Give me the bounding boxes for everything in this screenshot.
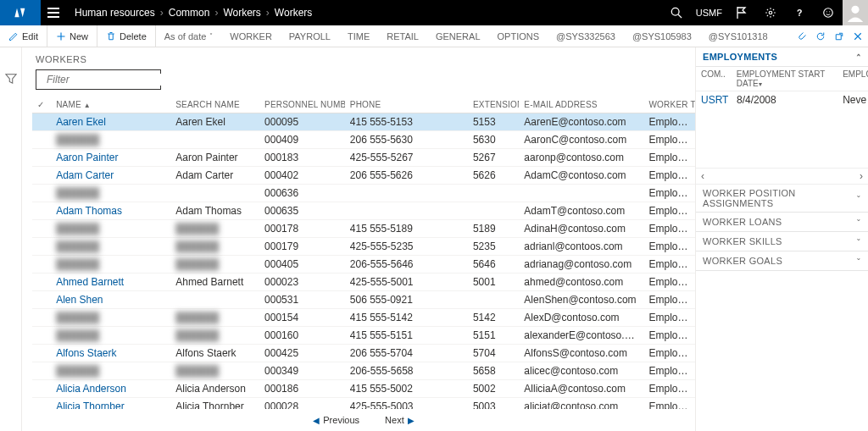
worker-name-link[interactable]: Aaren Ekel — [51, 113, 170, 131]
row-checkbox[interactable] — [32, 291, 51, 309]
employments-pane-header[interactable]: EMPLOYMENTS ˄ — [696, 47, 868, 67]
filter-input[interactable] — [47, 74, 175, 86]
table-row[interactable]: ████████████000405206-555-56465646adrian… — [32, 256, 695, 274]
row-checkbox[interactable] — [32, 309, 51, 327]
column-header-search-name[interactable]: SEARCH NAME — [170, 97, 259, 113]
table-row[interactable]: ████████████000160415 555-51515151alexan… — [32, 327, 695, 345]
worker-name-link[interactable]: ██████ — [51, 256, 170, 274]
worker-name-link[interactable]: ██████ — [51, 362, 170, 380]
worker-name-link[interactable]: ██████ — [51, 309, 170, 327]
select-all-checkbox[interactable]: ✓ — [32, 97, 51, 113]
table-row[interactable]: ████████████000178415 555-51895189AdinaH… — [32, 220, 695, 238]
table-row[interactable]: ██████000409206 555-56305630AaronC@conto… — [32, 131, 695, 149]
row-checkbox[interactable] — [32, 327, 51, 345]
table-row[interactable]: ██████000636Employee — [32, 185, 695, 202]
breadcrumb-item[interactable]: Common — [169, 7, 210, 19]
company-selector[interactable]: USMF — [691, 8, 727, 18]
previous-page-button[interactable]: ◀Previous — [313, 415, 359, 425]
action-tab[interactable]: @SYS105983 — [624, 25, 700, 47]
chevron-left-icon[interactable]: ‹ — [701, 170, 704, 182]
column-header-extension[interactable]: EXTENSION — [468, 97, 519, 113]
row-checkbox[interactable] — [32, 256, 51, 274]
breadcrumb-item[interactable]: Workers — [275, 7, 312, 19]
column-header-end-date[interactable]: EMPLO — [837, 67, 868, 91]
nav-menu-button[interactable] — [41, 8, 66, 18]
popout-button[interactable] — [834, 31, 844, 41]
breadcrumb-item[interactable]: Workers — [223, 7, 260, 19]
factbox-pane-header[interactable]: WORKER LOANS˅ — [696, 213, 868, 232]
user-avatar[interactable] — [843, 0, 868, 25]
factbox-pane-header[interactable]: WORKER POSITION ASSIGNMENTS˅ — [696, 185, 868, 213]
action-tab[interactable]: RETAIL — [378, 25, 427, 47]
worker-name-link[interactable]: Alicia Anderson — [51, 380, 170, 398]
flag-button[interactable] — [727, 0, 756, 25]
row-checkbox[interactable] — [32, 202, 51, 220]
column-header-personnel[interactable]: PERSONNEL NUMBER — [259, 97, 345, 113]
factbox-pane-header[interactable]: WORKER SKILLS˅ — [696, 232, 868, 251]
close-button[interactable] — [853, 31, 863, 41]
table-row[interactable]: Adam CarterAdam Carter000402206 555-5626… — [32, 167, 695, 185]
row-checkbox[interactable] — [32, 398, 51, 410]
help-button[interactable]: ? — [785, 0, 814, 25]
quick-filter[interactable] — [36, 69, 161, 90]
table-row[interactable]: Alicia ThornberAlicia Thornber000028425-… — [32, 398, 695, 410]
row-checkbox[interactable] — [32, 131, 51, 149]
chevron-right-icon[interactable]: › — [860, 170, 863, 182]
worker-name-link[interactable]: ██████ — [51, 131, 170, 149]
column-header-company[interactable]: COM.. — [696, 67, 732, 91]
row-checkbox[interactable] — [32, 274, 51, 291]
worker-name-link[interactable]: Adam Carter — [51, 167, 170, 185]
settings-button[interactable] — [756, 0, 785, 25]
refresh-button[interactable] — [815, 31, 826, 41]
worker-name-link[interactable]: Adam Thomas — [51, 202, 170, 220]
column-header-phone[interactable]: PHONE — [345, 97, 468, 113]
worker-name-link[interactable]: Alfons Staerk — [51, 345, 170, 362]
worker-name-link[interactable]: Aaron Painter — [51, 149, 170, 167]
action-tab[interactable]: @SYS332563 — [548, 25, 624, 47]
factbox-pane-header[interactable]: WORKER GOALS˅ — [696, 251, 868, 271]
worker-name-link[interactable]: ██████ — [51, 220, 170, 238]
action-tab[interactable]: WORKER — [221, 25, 281, 47]
table-row[interactable]: Adam ThomasAdam Thomas000635AdamT@contos… — [32, 202, 695, 220]
column-header-email[interactable]: E-MAIL ADDRESS — [519, 97, 643, 113]
worker-name-link[interactable]: Ahmed Barnett — [51, 274, 170, 291]
search-button[interactable] — [662, 0, 691, 25]
table-row[interactable]: ████████████000349206-555-56585658alicec… — [32, 362, 695, 380]
row-checkbox[interactable] — [32, 380, 51, 398]
action-tab[interactable]: OPTIONS — [489, 25, 548, 47]
worker-name-link[interactable]: Alen Shen — [51, 291, 170, 309]
new-button[interactable]: New — [47, 25, 97, 47]
as-of-date-button[interactable]: As of date ˅ — [155, 25, 222, 47]
column-header-start-date[interactable]: EMPLOYMENT START DATE▾ — [732, 67, 837, 91]
attachments-button[interactable] — [797, 31, 807, 41]
row-checkbox[interactable] — [32, 185, 51, 202]
table-row[interactable]: Ahmed BarnettAhmed Barnett000023425-555-… — [32, 274, 695, 291]
action-tab[interactable]: PAYROLL — [281, 25, 339, 47]
row-checkbox[interactable] — [32, 149, 51, 167]
worker-name-link[interactable]: Alicia Thornber — [51, 398, 170, 410]
delete-button[interactable]: Delete — [97, 25, 155, 47]
column-header-name[interactable]: NAME — [51, 97, 170, 113]
action-tab[interactable]: GENERAL — [427, 25, 489, 47]
next-page-button[interactable]: Next▶ — [385, 415, 415, 425]
action-tab[interactable]: TIME — [339, 25, 378, 47]
row-checkbox[interactable] — [32, 345, 51, 362]
worker-name-link[interactable]: ██████ — [51, 327, 170, 345]
employment-row[interactable]: USRT 8/4/2008 Neve — [696, 91, 868, 108]
row-checkbox[interactable] — [32, 238, 51, 256]
table-row[interactable]: Alen Shen000531506 555-0921AlenShen@cont… — [32, 291, 695, 309]
feedback-button[interactable] — [814, 0, 843, 25]
table-row[interactable]: ████████████000179425-555-52355235adrian… — [32, 238, 695, 256]
table-row[interactable]: Alicia AndersonAlicia Anderson000186415 … — [32, 380, 695, 398]
action-tab[interactable]: @SYS101318 — [700, 25, 776, 47]
row-checkbox[interactable] — [32, 220, 51, 238]
row-checkbox[interactable] — [32, 113, 51, 131]
employments-horizontal-scroll[interactable]: ‹ › — [696, 168, 868, 185]
worker-name-link[interactable]: ██████ — [51, 185, 170, 202]
column-header-worker-type[interactable]: WORKER TYPE — [643, 97, 695, 113]
edit-button[interactable]: Edit — [0, 25, 47, 47]
table-row[interactable]: Aaron PainterAaron Painter000183425-555-… — [32, 149, 695, 167]
breadcrumb-item[interactable]: Human resources — [75, 7, 155, 19]
row-checkbox[interactable] — [32, 362, 51, 380]
row-checkbox[interactable] — [32, 167, 51, 185]
